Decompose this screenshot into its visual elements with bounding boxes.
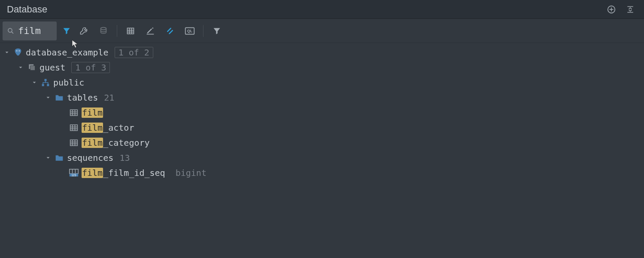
tree-datasource-row[interactable]: database_example 1 of 2: [0, 45, 644, 60]
schema-icon: [39, 78, 52, 87]
svg-rect-34: [70, 140, 78, 145]
svg-text:QL: QL: [187, 29, 192, 33]
svg-rect-8: [128, 28, 134, 34]
svg-text:123: 123: [71, 173, 76, 176]
sequence-type: bigint: [176, 169, 207, 177]
table-name: film_category: [82, 138, 150, 147]
svg-rect-22: [42, 84, 44, 86]
svg-point-5: [8, 28, 12, 32]
table-icon: [68, 139, 80, 147]
svg-rect-21: [45, 79, 47, 81]
tree-tables-folder-row[interactable]: tables 21: [0, 90, 644, 105]
svg-rect-29: [70, 125, 78, 130]
table-view-button[interactable]: [121, 22, 140, 40]
add-datasource-button[interactable]: [605, 3, 618, 16]
collapse-all-button[interactable]: [623, 3, 637, 16]
tree-database-row[interactable]: guest 1 of 3: [0, 60, 644, 75]
separator: [203, 25, 204, 37]
chevron-down-icon[interactable]: [29, 80, 39, 86]
chevron-down-icon[interactable]: [43, 155, 53, 161]
sequence-icon: 123: [68, 169, 80, 177]
database-badge: 1 of 3: [71, 62, 110, 73]
sequences-folder-label: sequences: [67, 154, 113, 162]
schema-label: public: [53, 78, 84, 87]
svg-rect-39: [70, 169, 78, 173]
jump-to-source-button[interactable]: [160, 22, 180, 40]
table-name: film_actor: [82, 123, 134, 132]
chevron-down-icon[interactable]: [43, 95, 53, 101]
query-console-button[interactable]: QL: [180, 22, 200, 40]
filter-button[interactable]: [207, 22, 227, 40]
tables-count: 21: [104, 93, 114, 102]
separator: [117, 25, 117, 37]
tree-schema-row[interactable]: public: [0, 75, 644, 90]
table-name: film: [82, 108, 103, 117]
postgresql-icon: [12, 48, 24, 57]
svg-rect-19: [30, 65, 35, 70]
database-icon: [26, 63, 38, 72]
svg-rect-24: [70, 110, 78, 115]
svg-point-7: [101, 27, 106, 30]
folder-icon: [53, 154, 65, 162]
search-input[interactable]: [18, 25, 52, 36]
svg-rect-23: [47, 84, 49, 86]
table-icon: [68, 109, 80, 117]
svg-line-6: [12, 31, 13, 33]
table-icon: [68, 124, 80, 132]
tables-folder-label: tables: [67, 93, 98, 102]
datasource-label: database_example: [26, 48, 109, 57]
edit-button[interactable]: [140, 22, 160, 40]
refresh-button[interactable]: [94, 22, 113, 40]
panel-titlebar: Database: [0, 0, 644, 19]
database-label: guest: [39, 63, 65, 72]
svg-point-16: [16, 50, 17, 51]
tree-table-row[interactable]: film_category: [0, 135, 644, 150]
chevron-down-icon[interactable]: [15, 64, 26, 71]
search-icon: [7, 27, 15, 35]
folder-icon: [53, 94, 65, 101]
tree-table-row[interactable]: film_actor: [0, 120, 644, 135]
search-field[interactable]: [3, 22, 57, 40]
svg-rect-13: [147, 34, 154, 34]
tree-table-row[interactable]: film: [0, 105, 644, 120]
database-tree[interactable]: database_example 1 of 2 guest 1 of 3 pub…: [0, 43, 644, 182]
data-source-properties-button[interactable]: [74, 22, 94, 40]
tree-sequence-row[interactable]: 123 film_film_id_seq bigint: [0, 165, 644, 180]
tree-sequences-folder-row[interactable]: sequences 13: [0, 150, 644, 165]
sequence-name: film_film_id_seq: [82, 169, 165, 177]
chevron-down-icon[interactable]: [2, 49, 12, 55]
panel-title: Database: [7, 4, 47, 15]
sequences-count: 13: [119, 154, 130, 162]
toolbar: QL: [0, 19, 644, 43]
datasource-badge: 1 of 2: [115, 47, 153, 58]
svg-point-17: [19, 50, 20, 51]
